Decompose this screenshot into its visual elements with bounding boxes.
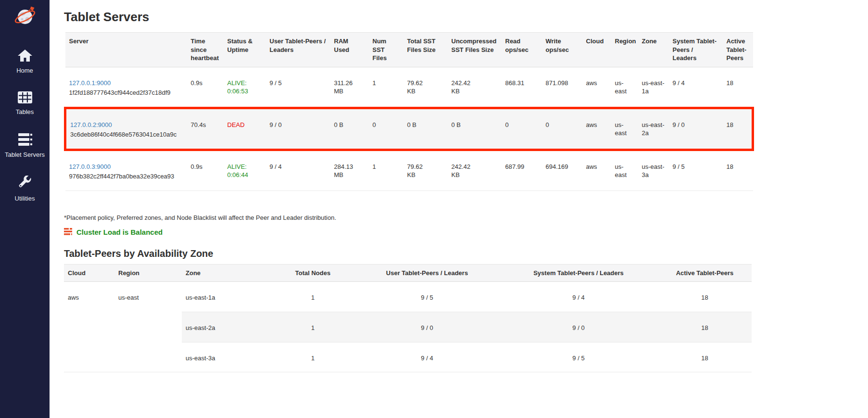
cell-total_sst: 79.62 KB: [403, 67, 448, 108]
tserver-row: 127.0.0.1:90001f2fd188777643cf944ced2f37…: [65, 67, 753, 108]
size-value: 242.42 KB: [452, 163, 477, 179]
cell-system_peers: 9 / 4: [499, 282, 658, 312]
column-header: Region: [114, 264, 182, 282]
cell-status: DEAD: [224, 108, 266, 150]
cell-total_nodes: 1: [271, 312, 355, 342]
column-header: System Tablet-Peers / Leaders: [669, 33, 723, 67]
sidebar-item-tables[interactable]: Tables: [0, 91, 50, 115]
cell-num_sst: 0: [369, 108, 403, 150]
server-link[interactable]: 127.0.0.2:9000: [70, 121, 112, 128]
sidebar-item-label: Home: [16, 67, 33, 74]
cell-region: us-east: [611, 67, 638, 108]
cell-zone: us-east-2a: [638, 108, 669, 150]
server-uuid: 3c6deb86f40c4f668e5763041ce10a9c: [70, 130, 183, 139]
sidebar-item-label: Utilities: [15, 195, 35, 202]
cell-user_peers: 9 / 5: [266, 67, 330, 108]
cell-region: us-east: [611, 108, 638, 150]
size-value: 0 B: [334, 121, 344, 129]
cell-system_peers: 9 / 0: [669, 108, 723, 150]
status-text: ALIVE:: [227, 163, 262, 171]
cell-total_sst: 79.62 KB: [403, 150, 448, 190]
cell-read_ops: 687.99: [502, 150, 542, 190]
server-link[interactable]: 127.0.0.1:9000: [69, 79, 111, 87]
cell-system_peers: 9 / 0: [499, 312, 658, 342]
cell-user_peers: 9 / 0: [355, 312, 499, 342]
cell-status: ALIVE:0:06:53: [224, 67, 266, 108]
uptime-text: 0:06:44: [227, 171, 262, 179]
cell-uncompressed_sst: 242.42 KB: [448, 150, 502, 190]
column-header: RAM Used: [330, 33, 369, 67]
cell-total_nodes: 1: [271, 282, 355, 312]
cell-system_peers: 9 / 5: [669, 150, 723, 190]
column-header: Total Nodes: [271, 264, 355, 282]
server-uuid: 976b382c2ff442f7ba0bea32e39cea93: [69, 172, 183, 181]
status-text: ALIVE:: [227, 79, 262, 88]
cell-active_peers: 18: [723, 150, 753, 190]
cell-zone: us-east-3a: [182, 342, 271, 372]
cell-system_peers: 9 / 5: [499, 342, 658, 372]
column-header: Total SST Files Size: [403, 33, 448, 67]
placement-footnote: *Placement policy, Preferred zones, and …: [64, 214, 854, 221]
cell-server: 127.0.0.2:90003c6deb86f40c4f668e5763041c…: [65, 108, 187, 150]
sidebar-item-home[interactable]: Home: [0, 49, 50, 74]
cell-region: us-east: [611, 150, 638, 190]
cell-read_ops: 0: [502, 108, 542, 150]
cell-write_ops: 0: [542, 108, 582, 150]
sidebar-item-utilities[interactable]: Utilities: [0, 176, 50, 202]
column-header: Zone: [638, 33, 669, 67]
cell-num_sst: 1: [369, 150, 403, 190]
tablet-servers-table: ServerTime since heartbeatStatus & Uptim…: [64, 32, 754, 191]
cell-zone: us-east-1a: [638, 67, 669, 108]
size-value: 311.26 MB: [334, 79, 359, 96]
cell-num_sst: 1: [369, 67, 403, 108]
cell-uncompressed_sst: 242.42 KB: [448, 67, 502, 108]
cell-ram: 311.26 MB: [330, 67, 369, 108]
column-header: Num SST Files: [369, 33, 403, 67]
size-value: 0 B: [407, 121, 417, 129]
column-header: Write ops/sec: [542, 33, 582, 67]
column-header: Region: [611, 33, 638, 67]
cell-cloud: aws: [582, 108, 611, 150]
column-header: Time since heartbeat: [187, 33, 224, 67]
column-header: Cloud: [582, 33, 611, 67]
az-section-title: Tablet-Peers by Availability Zone: [64, 248, 854, 259]
size-value: 242.42 KB: [452, 79, 477, 96]
cell-active_peers: 18: [658, 312, 752, 342]
cell-server: 127.0.0.1:90001f2fd188777643cf944ced2f37…: [65, 67, 187, 108]
cell-zone: us-east-3a: [638, 150, 669, 190]
yugabytedb-logo-icon[interactable]: [13, 4, 38, 31]
cell-zone: us-east-1a: [182, 282, 271, 312]
size-value: 284.13 MB: [334, 163, 359, 179]
column-header: User Tablet-Peers / Leaders: [355, 264, 499, 282]
tserver-row: 127.0.0.2:90003c6deb86f40c4f668e5763041c…: [65, 108, 753, 150]
column-header: Uncompressed SST Files Size: [448, 33, 502, 67]
cell-write_ops: 694.169: [542, 150, 582, 190]
size-value: 0 B: [452, 121, 461, 129]
main-content: Tablet Servers ServerTime since heartbea…: [50, 0, 868, 372]
sidebar-item-tablet-servers[interactable]: Tablet Servers: [0, 133, 50, 158]
cell-user_peers: 9 / 4: [355, 342, 499, 372]
server-uuid: 1f2fd188777643cf944ced2f37c18df9: [69, 89, 183, 97]
cell-heartbeat: 0.9s: [187, 67, 224, 108]
column-header: Read ops/sec: [502, 33, 542, 67]
home-icon: [17, 49, 33, 64]
tserver-row: 127.0.0.3:9000976b382c2ff442f7ba0bea32e3…: [65, 150, 753, 190]
cell-cloud: aws: [582, 150, 611, 190]
cell-region: us-east: [114, 282, 182, 372]
cell-active_peers: 18: [723, 108, 753, 150]
cell-read_ops: 868.31: [502, 67, 542, 108]
server-stack-icon: [17, 133, 33, 148]
cell-server: 127.0.0.3:9000976b382c2ff442f7ba0bea32e3…: [65, 150, 187, 190]
cell-heartbeat: 0.9s: [187, 150, 224, 190]
tables-grid-icon: [18, 91, 32, 105]
cell-zone: us-east-2a: [182, 312, 271, 342]
cluster-load-status: Cluster Load is Balanced: [64, 228, 854, 237]
cell-ram: 284.13 MB: [330, 150, 369, 190]
tablet-servers-header-row: ServerTime since heartbeatStatus & Uptim…: [65, 33, 753, 67]
page-title: Tablet Servers: [64, 10, 854, 25]
cell-uncompressed_sst: 0 B: [448, 108, 502, 150]
server-link[interactable]: 127.0.0.3:9000: [69, 163, 111, 170]
az-header-row: CloudRegionZoneTotal NodesUser Tablet-Pe…: [64, 264, 752, 282]
size-value: 79.62 KB: [407, 79, 432, 96]
cell-active_peers: 18: [658, 282, 752, 312]
